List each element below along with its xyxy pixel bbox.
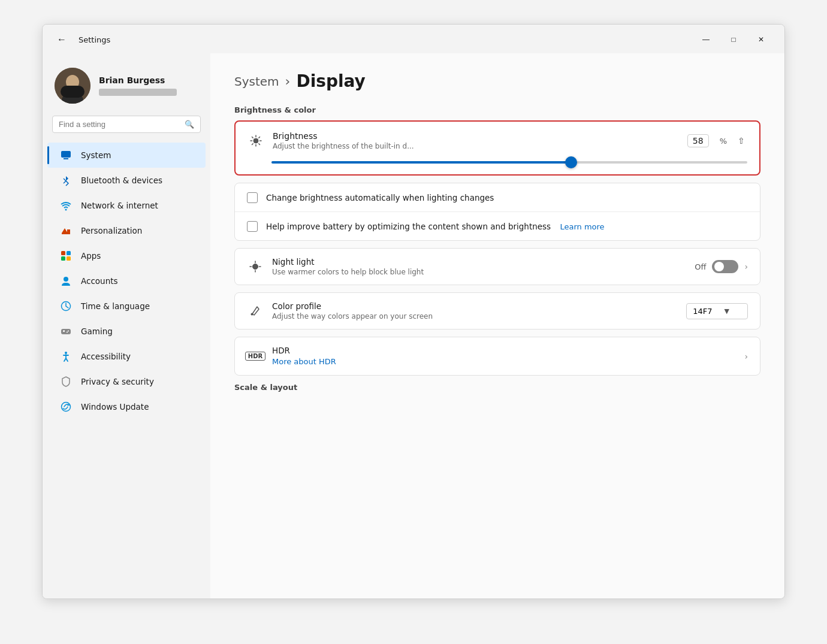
scale-layout-section-title: Scale & layout: [234, 383, 760, 392]
cursor-pointer-icon: ▶: [572, 174, 581, 176]
sidebar-item-personalization-label: Personalization: [81, 226, 142, 235]
sidebar-item-system[interactable]: System: [47, 143, 206, 168]
sidebar-item-network[interactable]: Network & internet: [47, 193, 206, 218]
svg-rect-17: [64, 330, 65, 332]
svg-point-19: [67, 332, 68, 333]
svg-point-20: [65, 352, 67, 354]
sidebar-item-apps[interactable]: Apps: [47, 243, 206, 268]
hdr-right: ›: [744, 352, 748, 361]
svg-rect-15: [61, 329, 71, 334]
sidebar-item-apps-label: Apps: [81, 251, 101, 261]
brightness-subtitle: Adjust the brightness of the built-in d.…: [273, 142, 679, 150]
bluetooth-icon: [59, 174, 73, 187]
sidebar-item-personalization[interactable]: Personalization: [47, 218, 206, 243]
hdr-title: HDR: [272, 346, 736, 355]
color-profile-row: Color profile Adjust the way colors appe…: [235, 293, 760, 329]
sidebar-item-gaming[interactable]: Gaming: [47, 319, 206, 344]
night-light-title: Night light: [272, 257, 686, 267]
color-profile-group: Color profile Adjust the way colors appe…: [234, 292, 760, 329]
minimize-button[interactable]: —: [692, 30, 720, 49]
svg-line-31: [252, 144, 253, 145]
network-icon: [59, 199, 73, 212]
battery-optimize-label: Help improve battery by optimizing the c…: [266, 222, 551, 231]
sidebar-nav: System Bluetooth & devices: [43, 143, 210, 419]
night-light-right: Off ›: [695, 260, 748, 273]
gaming-icon: [59, 325, 73, 338]
learn-more-link[interactable]: Learn more: [560, 222, 604, 231]
user-email-blur: [99, 89, 177, 96]
sidebar-item-update[interactable]: Windows Update: [47, 394, 206, 419]
color-profile-icon: [247, 303, 264, 319]
brightness-icon: [248, 132, 264, 149]
svg-point-6: [65, 209, 67, 211]
sidebar-item-gaming-label: Gaming: [81, 326, 113, 336]
close-button[interactable]: ✕: [747, 30, 775, 49]
user-section: Brian Burgess: [43, 61, 210, 116]
auto-brightness-checkbox[interactable]: [247, 192, 258, 203]
personalization-icon: [59, 224, 73, 237]
titlebar-controls: — □ ✕: [692, 30, 775, 49]
brightness-value: 58: [687, 134, 709, 147]
auto-brightness-label: Change brightness automatically when lig…: [266, 193, 494, 202]
search-icon: 🔍: [185, 120, 194, 129]
user-info: Brian Burgess: [99, 75, 177, 96]
svg-rect-3: [61, 86, 84, 98]
brightness-slider[interactable]: ▶: [271, 161, 747, 164]
hdr-text: HDR More about HDR: [272, 346, 736, 367]
color-profile-title: Color profile: [272, 301, 678, 311]
breadcrumb-current: Display: [296, 71, 365, 91]
back-button[interactable]: ←: [52, 32, 71, 47]
time-icon: [59, 300, 73, 313]
night-light-row: Night light Use warmer colors to help bl…: [235, 249, 760, 285]
hdr-group: HDR HDR More about HDR ›: [234, 337, 760, 376]
auto-brightness-row: Change brightness automatically when lig…: [235, 183, 760, 212]
brightness-slider-row: ▶: [236, 156, 759, 174]
system-icon: [59, 149, 73, 162]
svg-rect-5: [64, 158, 68, 159]
color-profile-text: Color profile Adjust the way colors appe…: [272, 301, 678, 321]
night-light-toggle[interactable]: [712, 260, 738, 273]
update-icon: [59, 400, 73, 413]
sidebar-item-accessibility[interactable]: Accessibility: [47, 344, 206, 369]
breadcrumb-chevron: ›: [285, 74, 291, 89]
settings-window: ← Settings — □ ✕ Br: [42, 24, 785, 599]
toggle-knob: [714, 262, 724, 271]
brightness-collapse-button[interactable]: ⇧: [735, 134, 747, 148]
sidebar-item-bluetooth[interactable]: Bluetooth & devices: [47, 168, 206, 193]
night-light-chevron: ›: [744, 262, 748, 271]
maximize-button[interactable]: □: [720, 30, 747, 49]
svg-rect-7: [67, 229, 70, 233]
battery-optimize-row: Help improve battery by optimizing the c…: [235, 212, 760, 240]
auto-brightness-text: Change brightness automatically when lig…: [266, 192, 748, 203]
sidebar-item-privacy-label: Privacy & security: [81, 377, 154, 386]
color-profile-subtitle: Adjust the way colors appear on your scr…: [272, 312, 678, 321]
main-panel: System › Display Brightness & color: [210, 53, 784, 598]
brightness-header: Brightness Adjust the brightness of the …: [236, 122, 759, 156]
sidebar-item-privacy[interactable]: Privacy & security: [47, 369, 206, 394]
svg-point-21: [62, 403, 71, 412]
sidebar-item-time-label: Time & language: [81, 301, 150, 311]
color-profile-dropdown[interactable]: 14F7 ▼: [686, 303, 748, 319]
svg-line-29: [259, 144, 260, 145]
svg-point-32: [253, 264, 258, 270]
sidebar-item-accounts[interactable]: Accounts: [47, 268, 206, 294]
user-name: Brian Burgess: [99, 75, 177, 85]
sidebar-item-system-label: System: [81, 150, 111, 160]
sidebar-item-time[interactable]: Time & language: [47, 294, 206, 319]
slider-fill: [271, 161, 571, 164]
search-input[interactable]: [59, 120, 180, 129]
brightness-color-section-title: Brightness & color: [234, 105, 760, 114]
slider-thumb[interactable]: [565, 156, 577, 168]
svg-line-28: [252, 137, 253, 138]
privacy-icon: [59, 375, 73, 388]
svg-rect-9: [61, 251, 65, 255]
svg-point-13: [64, 277, 68, 282]
night-light-text: Night light Use warmer colors to help bl…: [272, 257, 686, 276]
search-box[interactable]: 🔍: [52, 116, 201, 133]
hdr-learn-more[interactable]: More about HDR: [272, 357, 336, 366]
hdr-icon: HDR: [247, 348, 264, 365]
auto-brightness-group: Change brightness automatically when lig…: [234, 183, 760, 241]
battery-optimize-checkbox[interactable]: [247, 221, 258, 232]
avatar: [55, 68, 90, 104]
breadcrumb-parent: System: [234, 74, 279, 89]
